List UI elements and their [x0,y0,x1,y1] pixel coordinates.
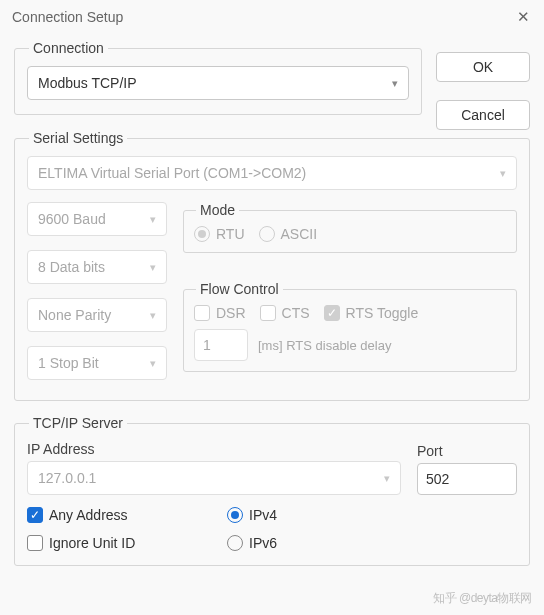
ignore-unit-id-check[interactable]: Ignore Unit ID [27,535,227,551]
rts-delay-input [194,329,248,361]
connection-legend: Connection [29,40,108,56]
cancel-button[interactable]: Cancel [436,100,530,130]
parity-value: None Parity [38,307,111,323]
checkbox-icon [194,305,210,321]
checkbox-icon: ✓ [27,507,43,523]
ipv4-radio[interactable]: IPv4 [227,507,517,523]
cts-check: CTS [260,305,310,321]
mode-rtu-label: RTU [216,226,245,242]
radio-icon [194,226,210,242]
dsr-check: DSR [194,305,246,321]
baud-select: 9600 Baud ▾ [27,202,167,236]
any-address-label: Any Address [49,507,128,523]
radio-icon [227,535,243,551]
mode-legend: Mode [196,202,239,218]
chevron-down-icon: ▾ [150,261,156,274]
mode-group: Mode RTU ASCII [183,202,517,253]
tcp-legend: TCP/IP Server [29,415,127,431]
rts-delay-label: [ms] RTS disable delay [258,338,391,353]
port-input[interactable] [417,463,517,495]
serial-port-select: ELTIMA Virtual Serial Port (COM1->COM2) … [27,156,517,190]
connection-value: Modbus TCP/IP [38,75,137,91]
databits-value: 8 Data bits [38,259,105,275]
chevron-down-icon: ▾ [150,309,156,322]
dsr-label: DSR [216,305,246,321]
checkbox-icon [27,535,43,551]
ip-address-label: IP Address [27,441,401,457]
ipv6-radio[interactable]: IPv6 [227,535,517,551]
ignore-unit-id-label: Ignore Unit ID [49,535,135,551]
serial-port-value: ELTIMA Virtual Serial Port (COM1->COM2) [38,165,306,181]
port-label: Port [417,443,517,459]
connection-select[interactable]: Modbus TCP/IP ▾ [27,66,409,100]
close-icon[interactable]: ✕ [517,8,530,26]
tcp-ip-server-group: TCP/IP Server IP Address 127.0.0.1 ▾ Por… [14,415,530,566]
chevron-down-icon: ▾ [392,77,398,90]
serial-settings-group: Serial Settings ELTIMA Virtual Serial Po… [14,130,530,401]
baud-value: 9600 Baud [38,211,106,227]
mode-rtu-radio: RTU [194,226,245,242]
ip-address-select: 127.0.0.1 ▾ [27,461,401,495]
ok-button[interactable]: OK [436,52,530,82]
connection-group: Connection Modbus TCP/IP ▾ [14,40,422,115]
cts-label: CTS [282,305,310,321]
chevron-down-icon: ▾ [384,472,390,485]
window-title: Connection Setup [12,9,123,25]
radio-icon [227,507,243,523]
chevron-down-icon: ▾ [500,167,506,180]
radio-icon [259,226,275,242]
checkbox-icon [260,305,276,321]
flow-control-group: Flow Control DSR CTS ✓ [183,281,517,372]
flow-legend: Flow Control [196,281,283,297]
rts-label: RTS Toggle [346,305,419,321]
parity-select: None Parity ▾ [27,298,167,332]
chevron-down-icon: ▾ [150,357,156,370]
mode-ascii-radio: ASCII [259,226,318,242]
serial-legend: Serial Settings [29,130,127,146]
watermark-text: 知乎 @deyta物联网 [433,590,532,607]
ip-address-value: 127.0.0.1 [38,470,96,486]
ipv6-label: IPv6 [249,535,277,551]
stopbit-value: 1 Stop Bit [38,355,99,371]
mode-ascii-label: ASCII [281,226,318,242]
any-address-check[interactable]: ✓ Any Address [27,507,227,523]
databits-select: 8 Data bits ▾ [27,250,167,284]
rts-toggle-check: ✓ RTS Toggle [324,305,419,321]
chevron-down-icon: ▾ [150,213,156,226]
checkbox-icon: ✓ [324,305,340,321]
stopbit-select: 1 Stop Bit ▾ [27,346,167,380]
ipv4-label: IPv4 [249,507,277,523]
